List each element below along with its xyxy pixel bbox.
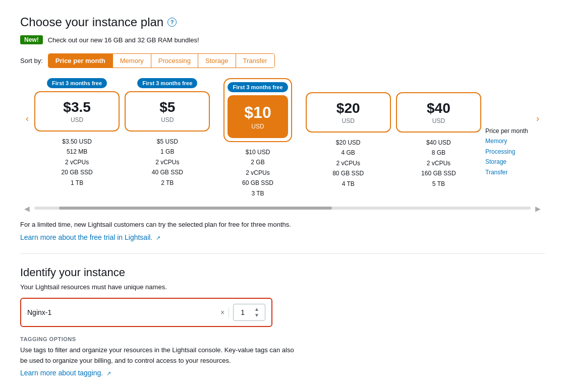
plans-list: First 3 months free $3.5 USD $3.50 USD 5…	[34, 78, 481, 199]
plan-currency-5: USD	[135, 116, 200, 123]
scrollbar-thumb	[59, 207, 332, 210]
tab-storage[interactable]: Storage	[198, 54, 236, 68]
plan-price-40: $40	[406, 100, 471, 116]
carousel-right-arrow[interactable]: ›	[531, 78, 545, 118]
free-trial-link[interactable]: Learn more about the free trial in Light…	[20, 233, 160, 241]
scroll-right-arrow[interactable]: ▶	[535, 205, 541, 213]
info-link-line: Learn more about the free trial in Light…	[20, 233, 545, 241]
tab-transfer[interactable]: Transfer	[236, 54, 274, 68]
plan-currency-20: USD	[316, 117, 381, 124]
scrollbar-container: ◀ ▶	[34, 207, 531, 210]
plan-card-5: First 3 months free $5 USD $5 USD 1 GB 2…	[125, 78, 210, 188]
plan-selected-outline: First 3 months free $10 USD	[223, 78, 292, 142]
plan-specs-10: $10 USD 2 GB 2 vCPUs 60 GB SSD 3 TB	[242, 147, 273, 199]
legend-memory[interactable]: Memory	[485, 136, 531, 146]
input-divider	[229, 307, 229, 317]
plan-specs-3-5: $3.50 USD 512 MB 2 vCPUs 20 GB SSD 1 TB	[62, 137, 93, 188]
legend-transfer[interactable]: Transfer	[485, 167, 531, 177]
plans-carousel: ‹ First 3 months free $3.5 USD $3.50 USD…	[20, 78, 545, 199]
instance-name-input[interactable]	[27, 308, 216, 316]
input-clear-icon[interactable]: ×	[220, 308, 224, 316]
legend-price: Price per month	[485, 126, 531, 136]
scrollbar-track[interactable]	[34, 207, 531, 210]
plan-currency-3-5: USD	[44, 116, 109, 123]
plan-price-box-20[interactable]: $20 USD	[306, 92, 391, 133]
free-badge-10: First 3 months free	[228, 82, 288, 92]
identify-title: Identify your instance	[20, 266, 545, 279]
tagging-external-icon: ↗	[106, 370, 111, 376]
stepper-up-button[interactable]: ▲	[253, 306, 261, 312]
plan-currency-40: USD	[406, 117, 471, 124]
plan-price-3-5: $3.5	[44, 99, 109, 115]
stepper-value: 1	[238, 308, 248, 316]
sort-bar: Sort by: Price per month Memory Processi…	[20, 53, 545, 68]
tagging-link[interactable]: Learn more about tagging. ↗	[20, 369, 111, 377]
info-text: For a limited time, new Lightsail custom…	[20, 220, 545, 230]
page-title: Choose your instance plan	[20, 15, 163, 29]
tab-memory[interactable]: Memory	[113, 54, 151, 68]
new-banner-text: Check out our new 16 GB and 32 GB RAM bu…	[48, 36, 199, 44]
tab-price-per-month[interactable]: Price per month	[48, 54, 113, 68]
tab-processing[interactable]: Processing	[151, 54, 198, 68]
section-divider	[20, 253, 545, 254]
new-banner: New! Check out our new 16 GB and 32 GB R…	[20, 35, 545, 44]
plan-specs-40: $40 USD 8 GB 2 vCPUs 160 GB SSD 5 TB	[421, 138, 456, 189]
plan-price-5: $5	[135, 99, 200, 115]
help-icon[interactable]: ?	[167, 18, 177, 27]
plan-card-40: $40 USD $40 USD 8 GB 2 vCPUs 160 GB SSD …	[396, 78, 481, 189]
tagging-label: TAGGING OPTIONS	[20, 336, 545, 342]
stepper-down-button[interactable]: ▼	[253, 312, 261, 318]
plan-card-3-5: First 3 months free $3.5 USD $3.50 USD 5…	[34, 78, 120, 188]
external-link-icon: ↗	[156, 235, 160, 241]
free-trial-info: For a limited time, new Lightsail custom…	[20, 220, 545, 241]
new-badge: New!	[20, 35, 43, 44]
plan-currency-10: USD	[238, 123, 277, 130]
instance-stepper: 1 ▲ ▼	[233, 304, 265, 321]
sort-tabs: Price per month Memory Processing Storag…	[48, 53, 275, 68]
free-badge-3-5: First 3 months free	[47, 78, 107, 88]
stepper-buttons: ▲ ▼	[253, 306, 261, 318]
plan-card-10: First 3 months free $10 USD $10 USD 2 GB…	[215, 78, 300, 199]
plan-price-20: $20	[316, 100, 381, 116]
tagging-text: Use tags to filter and organize your res…	[20, 345, 303, 366]
plan-price-box-3-5[interactable]: $3.5 USD	[34, 91, 120, 132]
sort-label: Sort by:	[20, 57, 43, 64]
legend-storage[interactable]: Storage	[485, 157, 531, 167]
plan-card-20: $20 USD $20 USD 4 GB 2 vCPUs 80 GB SSD 4…	[306, 78, 391, 189]
free-badge-5: First 3 months free	[137, 78, 197, 88]
plan-price-box-5[interactable]: $5 USD	[125, 91, 210, 132]
spec-legend: Price per month Memory Processing Storag…	[485, 78, 531, 177]
carousel-left-arrow[interactable]: ‹	[20, 78, 34, 118]
legend-processing[interactable]: Processing	[485, 147, 531, 157]
plan-specs-5: $5 USD 1 GB 2 vCPUs 40 GB SSD 2 TB	[152, 137, 183, 188]
plan-specs-20: $20 USD 4 GB 2 vCPUs 80 GB SSD 4 TB	[332, 138, 364, 189]
plan-price-box-40[interactable]: $40 USD	[396, 92, 481, 133]
instance-input-wrapper: × 1 ▲ ▼	[20, 298, 272, 327]
scroll-left-arrow[interactable]: ◀	[24, 205, 30, 213]
plan-price-box-10[interactable]: $10 USD	[228, 95, 288, 138]
plan-price-10: $10	[238, 103, 277, 122]
identify-subtitle: Your Lightsail resources must have uniqu…	[20, 283, 545, 291]
